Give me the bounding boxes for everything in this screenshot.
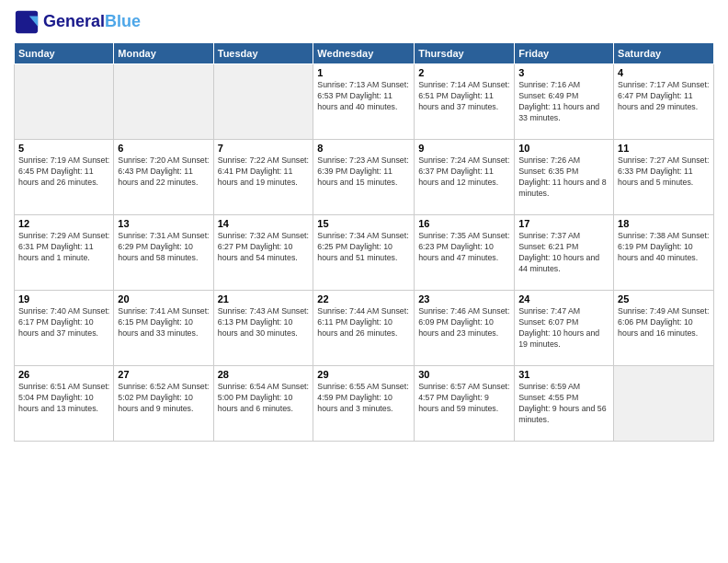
day-info: Sunrise: 7:22 AM Sunset: 6:41 PM Dayligh…: [218, 155, 310, 189]
calendar-cell: [114, 64, 213, 140]
day-info: Sunrise: 7:41 AM Sunset: 6:15 PM Dayligh…: [118, 306, 209, 339]
day-number: 1: [317, 67, 410, 78]
calendar-cell: 27Sunrise: 6:52 AM Sunset: 5:02 PM Dayli…: [114, 366, 213, 442]
day-number: 10: [518, 143, 609, 154]
day-number: 7: [218, 143, 310, 154]
day-number: 21: [218, 293, 310, 304]
day-info: Sunrise: 7:29 AM Sunset: 6:31 PM Dayligh…: [18, 231, 109, 264]
day-number: 14: [218, 218, 310, 229]
calendar-cell: [614, 366, 714, 442]
day-info: Sunrise: 6:51 AM Sunset: 5:04 PM Dayligh…: [18, 382, 109, 415]
day-number: 22: [317, 293, 410, 304]
calendar-cell: 24Sunrise: 7:47 AM Sunset: 6:07 PM Dayli…: [515, 291, 614, 366]
week-row-1: 1Sunrise: 7:13 AM Sunset: 6:53 PM Daylig…: [15, 64, 714, 140]
calendar-cell: 20Sunrise: 7:41 AM Sunset: 6:15 PM Dayli…: [114, 291, 213, 366]
calendar-cell: 17Sunrise: 7:37 AM Sunset: 6:21 PM Dayli…: [515, 215, 614, 291]
calendar-cell: 31Sunrise: 6:59 AM Sunset: 4:55 PM Dayli…: [515, 366, 614, 442]
day-number: 13: [118, 218, 209, 229]
calendar-cell: 25Sunrise: 7:49 AM Sunset: 6:06 PM Dayli…: [614, 291, 714, 366]
week-row-2: 5Sunrise: 7:19 AM Sunset: 6:45 PM Daylig…: [15, 140, 714, 215]
header: GeneralBlue: [14, 9, 714, 35]
weekday-header-thursday: Thursday: [415, 43, 515, 64]
day-info: Sunrise: 7:17 AM Sunset: 6:47 PM Dayligh…: [618, 80, 710, 113]
day-info: Sunrise: 7:46 AM Sunset: 6:09 PM Dayligh…: [418, 306, 510, 339]
day-number: 30: [418, 369, 510, 380]
weekday-header-row: SundayMondayTuesdayWednesdayThursdayFrid…: [15, 43, 714, 64]
calendar-cell: [15, 64, 114, 140]
day-info: Sunrise: 7:31 AM Sunset: 6:29 PM Dayligh…: [118, 231, 209, 264]
week-row-5: 26Sunrise: 6:51 AM Sunset: 5:04 PM Dayli…: [15, 366, 714, 442]
calendar-cell: 12Sunrise: 7:29 AM Sunset: 6:31 PM Dayli…: [15, 215, 114, 291]
day-number: 12: [18, 218, 109, 229]
day-number: 18: [618, 218, 710, 229]
calendar-cell: 15Sunrise: 7:34 AM Sunset: 6:25 PM Dayli…: [313, 215, 415, 291]
calendar-cell: 4Sunrise: 7:17 AM Sunset: 6:47 PM Daylig…: [614, 64, 714, 140]
calendar-cell: 3Sunrise: 7:16 AM Sunset: 6:49 PM Daylig…: [515, 64, 614, 140]
day-info: Sunrise: 7:44 AM Sunset: 6:11 PM Dayligh…: [317, 306, 410, 339]
weekday-header-tuesday: Tuesday: [213, 43, 313, 64]
day-number: 28: [218, 369, 310, 380]
day-number: 25: [618, 293, 710, 304]
day-info: Sunrise: 7:40 AM Sunset: 6:17 PM Dayligh…: [18, 306, 109, 339]
day-info: Sunrise: 6:54 AM Sunset: 5:00 PM Dayligh…: [218, 382, 310, 415]
calendar-cell: 29Sunrise: 6:55 AM Sunset: 4:59 PM Dayli…: [313, 366, 415, 442]
weekday-header-monday: Monday: [114, 43, 213, 64]
day-number: 16: [418, 218, 510, 229]
day-number: 5: [18, 143, 109, 154]
calendar-cell: 8Sunrise: 7:23 AM Sunset: 6:39 PM Daylig…: [313, 140, 415, 215]
calendar-cell: 28Sunrise: 6:54 AM Sunset: 5:00 PM Dayli…: [213, 366, 313, 442]
day-number: 29: [317, 369, 410, 380]
calendar-cell: 19Sunrise: 7:40 AM Sunset: 6:17 PM Dayli…: [15, 291, 114, 366]
weekday-header-saturday: Saturday: [614, 43, 714, 64]
day-number: 31: [518, 369, 609, 380]
day-info: Sunrise: 7:32 AM Sunset: 6:27 PM Dayligh…: [218, 231, 310, 264]
day-number: 15: [317, 218, 410, 229]
calendar-cell: [213, 64, 313, 140]
calendar-cell: 5Sunrise: 7:19 AM Sunset: 6:45 PM Daylig…: [15, 140, 114, 215]
calendar-cell: 23Sunrise: 7:46 AM Sunset: 6:09 PM Dayli…: [415, 291, 515, 366]
day-number: 23: [418, 293, 510, 304]
day-number: 2: [418, 67, 510, 78]
day-info: Sunrise: 7:43 AM Sunset: 6:13 PM Dayligh…: [218, 306, 310, 339]
week-row-4: 19Sunrise: 7:40 AM Sunset: 6:17 PM Dayli…: [15, 291, 714, 366]
day-info: Sunrise: 7:19 AM Sunset: 6:45 PM Dayligh…: [18, 155, 109, 189]
day-info: Sunrise: 7:34 AM Sunset: 6:25 PM Dayligh…: [317, 231, 410, 264]
calendar-cell: 16Sunrise: 7:35 AM Sunset: 6:23 PM Dayli…: [415, 215, 515, 291]
weekday-header-sunday: Sunday: [15, 43, 114, 64]
day-number: 27: [118, 369, 209, 380]
calendar-cell: 30Sunrise: 6:57 AM Sunset: 4:57 PM Dayli…: [415, 366, 515, 442]
calendar-cell: 7Sunrise: 7:22 AM Sunset: 6:41 PM Daylig…: [213, 140, 313, 215]
day-info: Sunrise: 7:26 AM Sunset: 6:35 PM Dayligh…: [518, 155, 609, 200]
calendar-cell: 11Sunrise: 7:27 AM Sunset: 6:33 PM Dayli…: [614, 140, 714, 215]
calendar-table: SundayMondayTuesdayWednesdayThursdayFrid…: [14, 42, 714, 442]
calendar-cell: 13Sunrise: 7:31 AM Sunset: 6:29 PM Dayli…: [114, 215, 213, 291]
calendar-cell: 26Sunrise: 6:51 AM Sunset: 5:04 PM Dayli…: [15, 366, 114, 442]
day-number: 26: [18, 369, 109, 380]
day-number: 11: [618, 143, 710, 154]
logo-icon: [14, 9, 40, 35]
day-info: Sunrise: 7:16 AM Sunset: 6:49 PM Dayligh…: [518, 80, 609, 124]
day-number: 4: [618, 67, 710, 78]
day-number: 8: [317, 143, 410, 154]
calendar-cell: 18Sunrise: 7:38 AM Sunset: 6:19 PM Dayli…: [614, 215, 714, 291]
day-number: 6: [118, 143, 209, 154]
day-info: Sunrise: 7:23 AM Sunset: 6:39 PM Dayligh…: [317, 155, 410, 189]
day-info: Sunrise: 7:20 AM Sunset: 6:43 PM Dayligh…: [118, 155, 209, 189]
day-number: 20: [118, 293, 209, 304]
calendar-cell: 22Sunrise: 7:44 AM Sunset: 6:11 PM Dayli…: [313, 291, 415, 366]
day-info: Sunrise: 6:57 AM Sunset: 4:57 PM Dayligh…: [418, 382, 510, 415]
week-row-3: 12Sunrise: 7:29 AM Sunset: 6:31 PM Dayli…: [15, 215, 714, 291]
day-info: Sunrise: 7:24 AM Sunset: 6:37 PM Dayligh…: [418, 155, 510, 189]
day-info: Sunrise: 7:49 AM Sunset: 6:06 PM Dayligh…: [618, 306, 710, 339]
day-info: Sunrise: 7:35 AM Sunset: 6:23 PM Dayligh…: [418, 231, 510, 264]
day-number: 9: [418, 143, 510, 154]
day-number: 3: [518, 67, 609, 78]
day-info: Sunrise: 7:38 AM Sunset: 6:19 PM Dayligh…: [618, 231, 710, 264]
weekday-header-wednesday: Wednesday: [313, 43, 415, 64]
calendar-cell: 6Sunrise: 7:20 AM Sunset: 6:43 PM Daylig…: [114, 140, 213, 215]
day-number: 24: [518, 293, 609, 304]
day-info: Sunrise: 7:27 AM Sunset: 6:33 PM Dayligh…: [618, 155, 710, 189]
day-number: 19: [18, 293, 109, 304]
day-info: Sunrise: 7:37 AM Sunset: 6:21 PM Dayligh…: [518, 231, 609, 275]
calendar-cell: 10Sunrise: 7:26 AM Sunset: 6:35 PM Dayli…: [515, 140, 614, 215]
